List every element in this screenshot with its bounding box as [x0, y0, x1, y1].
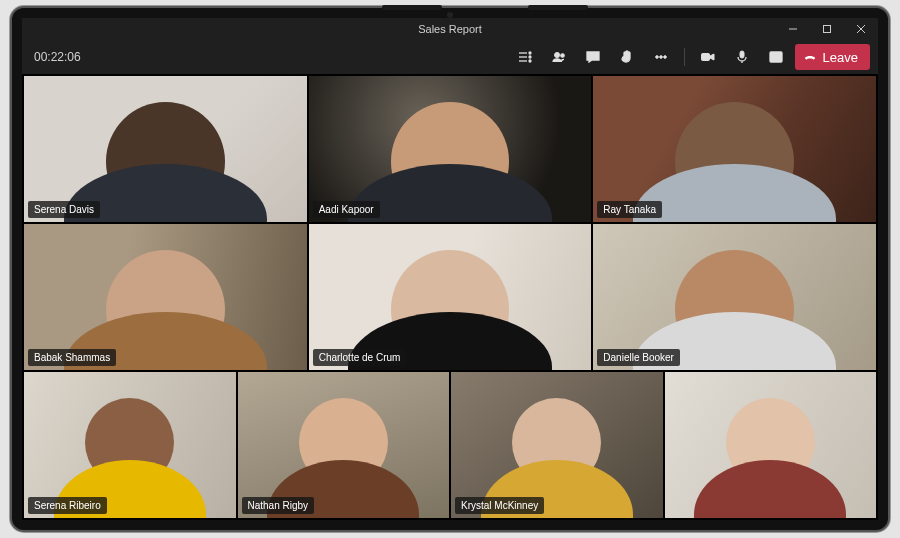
- svg-point-7: [529, 52, 531, 54]
- close-icon: [856, 24, 866, 34]
- participant-name-tag: Serena Davis: [28, 201, 100, 218]
- title-bar: Sales Report: [22, 18, 878, 40]
- participant-name-tag: Ray Tanaka: [597, 201, 662, 218]
- people-icon: [551, 49, 567, 65]
- svg-point-14: [663, 56, 666, 59]
- video-tile[interactable]: Nathan Rigby: [238, 372, 450, 518]
- mic-icon: [734, 49, 750, 65]
- camera-icon: [700, 49, 716, 65]
- raise-hand-icon: [619, 49, 635, 65]
- maximize-icon: [822, 24, 832, 34]
- svg-rect-1: [824, 26, 831, 33]
- close-button[interactable]: [844, 18, 878, 40]
- participants-list-icon: [517, 49, 533, 65]
- video-tile[interactable]: Aadi Kapoor: [309, 76, 592, 222]
- video-tile[interactable]: Danielle Booker: [593, 224, 876, 370]
- camera-toggle-button[interactable]: [693, 44, 723, 70]
- share-icon: [768, 49, 784, 65]
- participant-name-tag: Serena Ribeiro: [28, 497, 107, 514]
- device-notch: [382, 5, 442, 10]
- participant-name-tag: Charlotte de Crum: [313, 349, 407, 366]
- participant-name-tag: Aadi Kapoor: [313, 201, 380, 218]
- svg-rect-16: [740, 51, 744, 58]
- raise-hand-button[interactable]: [612, 44, 642, 70]
- share-screen-button[interactable]: [761, 44, 791, 70]
- participant-name-tag: Nathan Rigby: [242, 497, 315, 514]
- meeting-control-bar: 00:22:06: [22, 40, 878, 74]
- more-actions-button[interactable]: [646, 44, 676, 70]
- svg-point-10: [554, 53, 559, 58]
- app-screen: Sales Report 00:22:06: [22, 18, 878, 520]
- leave-label: Leave: [823, 50, 858, 65]
- svg-point-11: [560, 54, 563, 57]
- chat-button[interactable]: [578, 44, 608, 70]
- minimize-button[interactable]: [776, 18, 810, 40]
- people-button[interactable]: [544, 44, 574, 70]
- video-grid: Serena Davis Aadi Kapoor Ray Tanaka Baba…: [22, 74, 878, 520]
- video-tile[interactable]: Charlotte de Crum: [309, 224, 592, 370]
- participant-name-tag: Babak Shammas: [28, 349, 116, 366]
- more-icon: [653, 49, 669, 65]
- svg-point-9: [529, 60, 531, 62]
- participant-name-tag: Krystal McKinney: [455, 497, 544, 514]
- maximize-button[interactable]: [810, 18, 844, 40]
- video-tile[interactable]: Krystal McKinney: [451, 372, 663, 518]
- svg-point-13: [659, 56, 662, 59]
- meeting-timer: 00:22:06: [30, 50, 81, 64]
- show-participants-button[interactable]: [510, 44, 540, 70]
- video-tile[interactable]: Ray Tanaka: [593, 76, 876, 222]
- video-tile[interactable]: Serena Ribeiro: [24, 372, 236, 518]
- svg-point-8: [529, 56, 531, 58]
- chat-icon: [585, 49, 601, 65]
- leave-button[interactable]: Leave: [795, 44, 870, 70]
- participant-name-tag: Danielle Booker: [597, 349, 680, 366]
- video-tile[interactable]: Serena Davis: [24, 76, 307, 222]
- window-controls: [776, 18, 878, 40]
- toolbar-divider: [684, 48, 685, 66]
- svg-point-12: [655, 56, 658, 59]
- svg-rect-15: [701, 54, 709, 61]
- meeting-title: Sales Report: [418, 23, 482, 35]
- hangup-icon: [803, 50, 817, 64]
- video-tile[interactable]: Babak Shammas: [24, 224, 307, 370]
- minimize-icon: [788, 24, 798, 34]
- video-tile[interactable]: [665, 372, 877, 518]
- participant-avatar: [665, 372, 877, 518]
- device-notch: [528, 5, 588, 10]
- device-frame: Sales Report 00:22:06: [10, 6, 890, 532]
- mic-toggle-button[interactable]: [727, 44, 757, 70]
